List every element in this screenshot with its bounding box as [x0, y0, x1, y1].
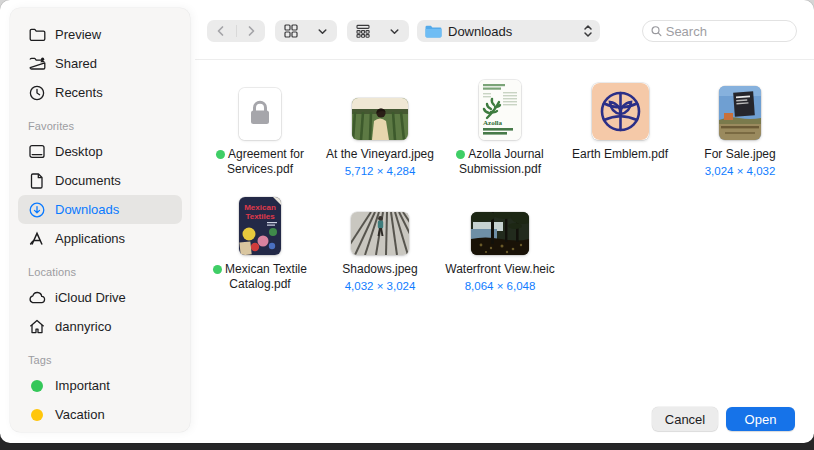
svg-text:Textiles: Textiles	[245, 212, 275, 221]
sidebar-section-header-tags: Tags	[28, 354, 190, 366]
file-dimensions: 3,024 × 4,032	[705, 164, 776, 178]
file-thumbnail	[351, 193, 409, 255]
grouping-button[interactable]	[347, 20, 409, 42]
file-name: Mexican Textile Catalog.pdf	[204, 262, 316, 292]
svg-text:Azolla: Azolla	[483, 119, 503, 127]
forward-button[interactable]	[237, 20, 266, 42]
yellow-tag-icon	[27, 409, 47, 421]
file-grid: Agreement for Services.pdf At the Vine	[200, 78, 800, 294]
file-thumbnail: Mexican Textiles	[239, 193, 281, 255]
sidebar-section-header-favorites: Favorites	[28, 120, 190, 132]
file-thumbnail	[592, 78, 649, 140]
sidebar-item-preview[interactable]: Preview	[18, 20, 182, 49]
vineyard-photo	[352, 98, 408, 140]
sidebar-item-label: dannyrico	[55, 319, 111, 334]
file-item[interactable]: Waterfront View.heic 8,064 × 6,048	[440, 193, 560, 294]
sidebar-item-documents[interactable]: Documents	[18, 166, 182, 195]
sidebar-item-desktop[interactable]: Desktop	[18, 137, 182, 166]
search-input[interactable]	[666, 24, 788, 39]
file-item[interactable]: Azolla Azolla Journal Submission.pdf	[440, 78, 560, 179]
file-item[interactable]: Agreement for Services.pdf	[200, 78, 320, 179]
applications-icon	[27, 231, 47, 246]
folder-icon	[27, 27, 47, 42]
up-down-chevron-icon	[583, 24, 593, 38]
sidebar-item-label: Applications	[55, 231, 125, 246]
sidebar-item-applications[interactable]: Applications	[18, 224, 182, 253]
open-file-dialog: Preview Shared Recents Favorites Desktop	[0, 0, 814, 443]
search-icon	[651, 25, 662, 37]
sidebar-item-shared[interactable]: Shared	[18, 49, 182, 78]
cancel-button[interactable]: Cancel	[652, 407, 718, 431]
file-name: Shadows.jpeg	[342, 262, 417, 277]
document-icon	[27, 173, 47, 189]
catalog-cover-preview: Mexican Textiles	[239, 197, 281, 255]
desktop-icon	[27, 144, 47, 159]
chevron-right-icon	[245, 25, 257, 37]
view-mode-button[interactable]	[275, 20, 337, 42]
download-circle-icon	[27, 202, 47, 218]
file-item[interactable]: Shadows.jpeg 4,032 × 3,024	[320, 193, 440, 294]
svg-text:Mexican: Mexican	[244, 203, 276, 212]
shared-folder-icon	[27, 56, 47, 71]
file-item[interactable]: At the Vineyard.jpeg 5,712 × 4,284	[320, 78, 440, 179]
sidebar-item-downloads[interactable]: Downloads	[18, 195, 182, 224]
file-item[interactable]: Mexican Textiles Mexican Textile Catalog…	[200, 193, 320, 294]
blue-folder-icon	[425, 25, 442, 38]
file-thumbnail	[352, 78, 408, 140]
file-thumbnail	[719, 78, 761, 140]
journal-document-preview: Azolla	[479, 80, 521, 140]
for-sale-photo	[719, 86, 761, 140]
chevron-down-icon	[389, 26, 400, 37]
group-view-icon	[356, 24, 370, 38]
sidebar-item-tag-vacation[interactable]: Vacation	[18, 400, 182, 429]
shadows-photo	[351, 212, 409, 255]
sidebar-item-label: iCloud Drive	[55, 290, 126, 305]
file-name: For Sale.jpeg	[704, 147, 775, 162]
sidebar-item-label: Shared	[55, 56, 97, 71]
sidebar-item-icloud-drive[interactable]: iCloud Drive	[18, 283, 182, 312]
green-tag-dot	[213, 265, 222, 274]
sidebar: Preview Shared Recents Favorites Desktop	[10, 8, 190, 432]
locked-document-icon	[239, 88, 281, 140]
file-item[interactable]: For Sale.jpeg 3,024 × 4,032	[680, 78, 800, 179]
sidebar-item-label: Vacation	[55, 407, 105, 422]
green-tag-dot	[456, 150, 465, 159]
file-dimensions: 5,712 × 4,284	[345, 164, 416, 178]
cloud-icon	[27, 291, 47, 304]
location-popup-label: Downloads	[448, 24, 512, 39]
sidebar-item-label: Preview	[55, 27, 101, 42]
search-field[interactable]	[642, 20, 797, 42]
home-icon	[27, 319, 47, 334]
sidebar-item-label: Downloads	[55, 202, 119, 217]
file-name: Azolla Journal Submission.pdf	[444, 147, 556, 177]
chevron-left-icon	[215, 25, 227, 37]
back-button[interactable]	[207, 20, 236, 42]
location-popup-button[interactable]: Downloads	[417, 20, 600, 42]
icon-view-icon	[284, 24, 298, 38]
sidebar-item-label: Documents	[55, 173, 121, 188]
file-name: Earth Emblem.pdf	[572, 147, 668, 162]
chevron-down-icon	[317, 26, 328, 37]
toolbar: Downloads	[207, 20, 600, 42]
sidebar-item-home[interactable]: dannyrico	[18, 312, 182, 341]
sidebar-item-tag-important[interactable]: Important	[18, 371, 182, 400]
file-thumbnail: Azolla	[479, 78, 521, 140]
navigation-buttons	[207, 20, 265, 42]
waterfront-photo	[471, 212, 529, 255]
green-tag-icon	[27, 380, 47, 392]
clock-icon	[27, 85, 47, 101]
toolbar-divider	[195, 59, 814, 60]
sidebar-item-label: Desktop	[55, 144, 103, 159]
file-thumbnail	[239, 78, 281, 140]
sidebar-section-header-locations: Locations	[28, 266, 190, 278]
green-tag-dot	[216, 150, 225, 159]
file-name: At the Vineyard.jpeg	[326, 147, 434, 162]
file-item[interactable]: Earth Emblem.pdf	[560, 78, 680, 179]
file-dimensions: 4,032 × 3,024	[345, 279, 416, 293]
sidebar-item-label: Important	[55, 378, 110, 393]
sidebar-item-label: Recents	[55, 85, 103, 100]
file-thumbnail	[471, 193, 529, 255]
sidebar-item-recents[interactable]: Recents	[18, 78, 182, 107]
open-button[interactable]: Open	[726, 407, 795, 431]
file-dimensions: 8,064 × 6,048	[465, 279, 536, 293]
